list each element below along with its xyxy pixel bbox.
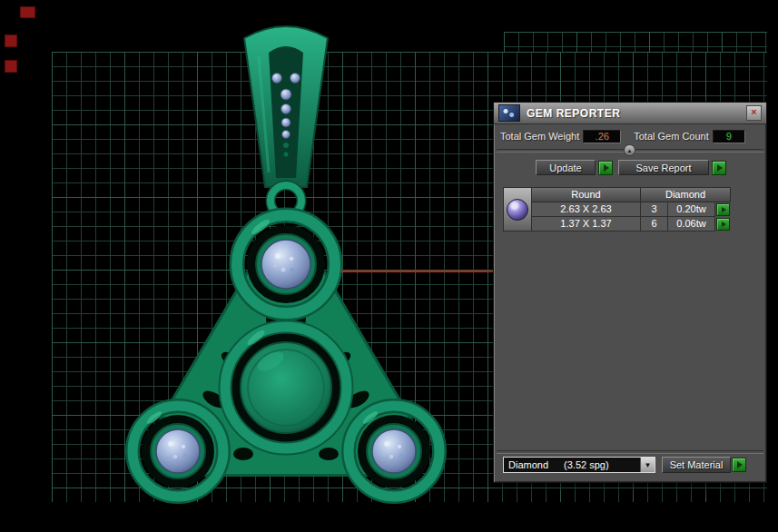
right-gem xyxy=(372,429,416,473)
total-gem-weight-value: .26 xyxy=(583,130,621,143)
diamond-column-header: Diamond xyxy=(641,187,731,202)
total-gem-weight-label: Total Gem Weight xyxy=(500,131,579,142)
gem-weight-cell: 0.06tw xyxy=(668,217,715,232)
round-column-header: Round xyxy=(532,187,641,202)
actions-row: Update Save Report xyxy=(494,160,766,177)
gem-table-grid: Round Diamond 2.63 X 2.63 3 0.20tw 1.37 … xyxy=(532,187,731,232)
red-guide-line xyxy=(340,271,495,272)
gem-count-cell: 6 xyxy=(641,217,668,232)
gem-size-cell: 1.37 X 1.37 xyxy=(532,217,641,232)
material-name: Diamond xyxy=(508,459,548,470)
gem-table: Round Diamond 2.63 X 2.63 3 0.20tw 1.37 … xyxy=(503,187,731,232)
left-gem-lobe xyxy=(133,406,223,497)
gem-reporter-icon xyxy=(498,104,520,122)
gem-row[interactable]: 2.63 X 2.63 3 0.20tw xyxy=(532,202,731,217)
set-material-go-button[interactable] xyxy=(732,458,746,472)
close-icon[interactable]: × xyxy=(746,105,762,121)
material-row: Diamond (3.52 spg) ▼ Set Material xyxy=(503,457,759,474)
right-arrow-icon xyxy=(737,461,743,468)
gem-count-cell: 3 xyxy=(641,202,668,217)
material-divider xyxy=(497,450,763,454)
panel-titlebar[interactable]: GEM REPORTER × xyxy=(494,103,766,124)
gem-row[interactable]: 1.37 X 1.37 6 0.06tw xyxy=(532,217,731,232)
set-material-button[interactable]: Set Material xyxy=(662,457,731,473)
right-gem-lobe xyxy=(349,406,439,497)
material-spg: (3.52 spg) xyxy=(564,459,609,470)
gem-row-go-button[interactable] xyxy=(716,203,730,216)
right-arrow-icon xyxy=(722,222,726,227)
save-report-go-button[interactable] xyxy=(712,161,726,175)
update-go-button[interactable] xyxy=(598,161,613,175)
top-gem xyxy=(261,240,310,289)
total-gem-count-label: Total Gem Count xyxy=(634,131,709,142)
material-dropdown-value: Diamond (3.52 spg) xyxy=(504,459,640,470)
collapse-divider: ▲ xyxy=(497,149,763,153)
gem-reporter-panel: GEM REPORTER × Total Gem Weight .26 Tota… xyxy=(493,102,767,483)
gem-weight-cell: 0.20tw xyxy=(668,202,715,217)
right-arrow-icon xyxy=(722,207,726,212)
gem-thumbnail xyxy=(503,187,532,232)
right-arrow-icon xyxy=(604,164,609,172)
save-report-button[interactable]: Save Report xyxy=(618,160,709,175)
gem-table-header: Round Diamond xyxy=(532,187,731,202)
top-gem-lobe xyxy=(237,215,335,313)
pendant-bail xyxy=(244,26,328,187)
gem-thumbnail-icon xyxy=(507,199,528,221)
chevron-down-icon[interactable]: ▼ xyxy=(640,458,655,472)
collapse-button[interactable]: ▲ xyxy=(624,144,635,156)
material-dropdown[interactable]: Diamond (3.52 spg) ▼ xyxy=(503,457,655,473)
application-window: GEM REPORTER × Total Gem Weight .26 Tota… xyxy=(0,0,778,532)
gem-row-go-button[interactable] xyxy=(716,218,730,231)
right-arrow-icon xyxy=(717,164,723,172)
center-hub xyxy=(225,327,347,448)
left-gem xyxy=(156,429,200,473)
totals-row: Total Gem Weight .26 Total Gem Count 9 xyxy=(500,129,763,143)
update-button[interactable]: Update xyxy=(536,160,596,175)
total-gem-count-value: 9 xyxy=(713,130,745,143)
gem-size-cell: 2.63 X 2.63 xyxy=(532,202,641,217)
panel-title: GEM REPORTER xyxy=(527,107,620,120)
